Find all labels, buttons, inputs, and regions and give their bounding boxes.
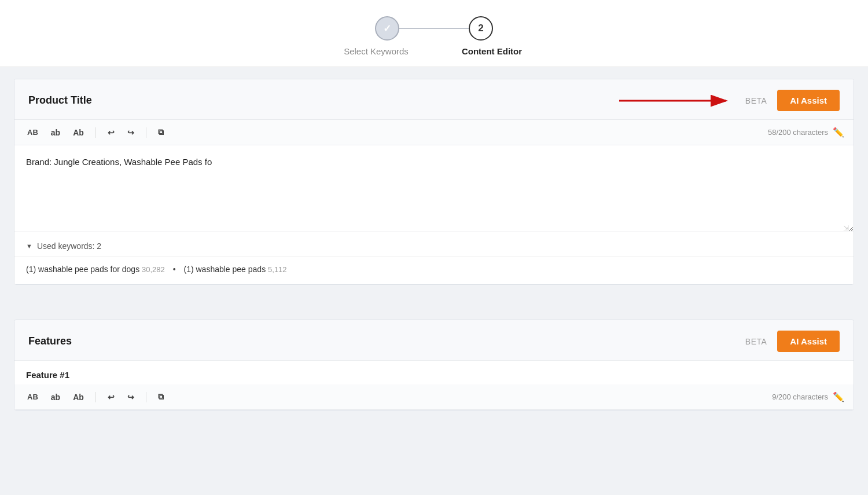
toolbar-btn-Ab[interactable]: Ab xyxy=(69,126,87,139)
feature1-separator-2 xyxy=(146,392,146,402)
feature1-char-count: 9/200 characters xyxy=(772,393,828,401)
stepper-row: ✓ 2 xyxy=(375,16,493,41)
feature1-edit-icon[interactable]: ✏️ xyxy=(833,391,844,402)
product-title-header-right: BETA AI Assist xyxy=(619,90,840,111)
kw1-volume: 30,282 xyxy=(142,265,165,274)
feature1-label: Feature #1 xyxy=(14,361,854,384)
kw2-name: washable pee pads xyxy=(196,265,269,274)
feature1-char-count-wrap: 9/200 characters ✏️ xyxy=(772,391,844,402)
features-header: Features BETA AI Assist xyxy=(14,320,854,361)
resize-handle[interactable]: ⇲ xyxy=(843,224,851,232)
product-title-ai-assist-button[interactable]: AI Assist xyxy=(777,90,840,111)
product-title-card: Product Title BETA AI Assist AB xyxy=(14,79,854,285)
keywords-toggle-label: Used keywords: 2 xyxy=(37,241,101,251)
stepper-labels: Select Keywords Content Editor xyxy=(318,46,550,56)
feature1-toolbar-btn-ab[interactable]: ab xyxy=(47,391,64,404)
toolbar-redo-button[interactable]: ↪ xyxy=(124,126,138,139)
feature1-separator-1 xyxy=(95,392,96,402)
toolbar-copy-button[interactable]: ⧉ xyxy=(155,126,167,139)
feature1-undo-button[interactable]: ↩ xyxy=(104,391,118,404)
product-title-section: Product Title BETA AI Assist AB xyxy=(0,67,868,296)
product-title-heading: Product Title xyxy=(28,94,92,107)
feature1-toolbar-left: AB ab Ab ↩ ↪ ⧉ xyxy=(24,390,167,404)
features-header-right: BETA AI Assist xyxy=(745,331,840,352)
feature1-toolbar: AB ab Ab ↩ ↪ ⧉ 9/200 characters ✏️ xyxy=(14,384,854,410)
toolbar-separator-2 xyxy=(146,127,146,138)
product-title-edit-icon[interactable]: ✏️ xyxy=(833,127,844,138)
features-card: Features BETA AI Assist Feature #1 AB ab… xyxy=(14,320,854,410)
red-arrow-annotation xyxy=(619,93,735,109)
product-title-header: Product Title BETA AI Assist xyxy=(14,79,854,120)
stepper: ✓ 2 Select Keywords Content Editor xyxy=(0,0,868,67)
keywords-toggle[interactable]: ▼ Used keywords: 2 xyxy=(14,234,854,256)
section-gap xyxy=(0,296,868,308)
toggle-arrow-icon: ▼ xyxy=(26,243,32,250)
toolbar-separator-1 xyxy=(95,127,96,138)
step-1-circle: ✓ xyxy=(375,16,399,41)
toolbar-btn-AB[interactable]: AB xyxy=(24,126,42,138)
product-title-toolbar: AB ab Ab ↩ ↪ ⧉ 58/200 characters ✏️ xyxy=(14,120,854,145)
features-ai-assist-button[interactable]: AI Assist xyxy=(777,331,840,352)
step-1-label: Select Keywords xyxy=(318,46,434,56)
toolbar-undo-button[interactable]: ↩ xyxy=(104,126,118,139)
feature1-copy-button[interactable]: ⧉ xyxy=(155,390,167,404)
product-title-toolbar-left: AB ab Ab ↩ ↪ ⧉ xyxy=(24,126,167,139)
product-title-beta-label: BETA xyxy=(745,96,767,105)
keywords-list: (1) washable pee pads for dogs 30,282 • … xyxy=(14,256,854,285)
kw1-count: (1) xyxy=(26,265,36,274)
step-line xyxy=(399,28,469,29)
kw2-volume: 5,112 xyxy=(268,265,287,274)
features-section: Features BETA AI Assist Feature #1 AB ab… xyxy=(0,308,868,422)
kw-bullet: • xyxy=(173,265,176,274)
product-title-editor-wrap: Brand: Jungle Creations, Washable Pee Pa… xyxy=(14,145,854,234)
step-2-label: Content Editor xyxy=(434,46,550,56)
step-2-circle: 2 xyxy=(469,16,493,41)
feature1-redo-button[interactable]: ↪ xyxy=(124,391,138,404)
features-beta-label: BETA xyxy=(745,337,767,346)
product-title-editor[interactable]: Brand: Jungle Creations, Washable Pee Pa… xyxy=(14,145,854,232)
kw1-name: washable pee pads for dogs xyxy=(38,265,142,274)
features-heading: Features xyxy=(28,335,72,347)
feature1-toolbar-btn-AB[interactable]: AB xyxy=(24,391,42,403)
feature1-toolbar-btn-Ab[interactable]: Ab xyxy=(69,391,87,404)
product-title-char-count: 58/200 characters xyxy=(768,128,828,137)
product-title-char-count-wrap: 58/200 characters ✏️ xyxy=(768,127,844,138)
toolbar-btn-ab[interactable]: ab xyxy=(47,126,64,139)
kw2-count: (1) xyxy=(183,265,193,274)
